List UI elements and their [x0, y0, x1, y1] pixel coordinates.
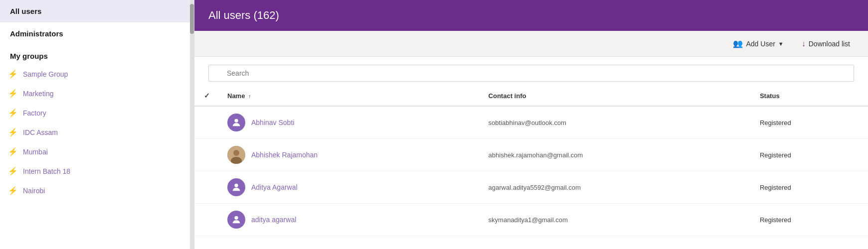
sidebar-group-item[interactable]: ⚡IDC Assam [0, 123, 194, 142]
main-header: All users (162) [194, 0, 868, 31]
col-name[interactable]: Name ↑ [219, 86, 481, 106]
svg-point-2 [233, 150, 239, 156]
sidebar-group-item[interactable]: ⚡Mumbai [0, 142, 194, 161]
bolt-icon: ⚡ [8, 127, 18, 137]
user-cell: aditya agarwal [227, 211, 473, 229]
add-user-label: Add User [746, 40, 775, 48]
table-row: Aditya Agarwal agarwal.aditya5592@gmail.… [194, 171, 868, 204]
bolt-icon: ⚡ [8, 186, 18, 195]
user-cell: Aditya Agarwal [227, 178, 473, 196]
sidebar-group-item[interactable]: ⚡Factory [0, 103, 194, 123]
users-tbody: Abhinav Sobti sobtiabhinav@outlook.com R… [194, 106, 868, 236]
sidebar-scrollbar-thumb[interactable] [190, 4, 194, 34]
sidebar-scrollbar[interactable] [190, 0, 194, 249]
table-header-row: ✓ Name ↑ Contact info Status [194, 86, 868, 106]
add-user-button[interactable]: 👥 Add User ▼ [729, 36, 787, 51]
bolt-icon: ⚡ [8, 108, 18, 118]
page-title: All users (162) [208, 9, 279, 21]
group-name: Mumbai [23, 148, 48, 156]
users-table-container: ✓ Name ↑ Contact info Status [194, 86, 868, 249]
search-wrapper: 🔍 [208, 65, 854, 82]
add-user-dropdown-icon: ▼ [778, 41, 784, 47]
sidebar-group-item[interactable]: ⚡Intern Batch 18 [0, 161, 194, 181]
avatar-icon [231, 214, 242, 225]
user-avatar [227, 178, 245, 196]
sort-arrow-icon: ↑ [248, 93, 251, 99]
group-list: ⚡Sample Group⚡Marketing⚡Factory⚡IDC Assa… [0, 64, 194, 200]
group-name: Intern Batch 18 [23, 167, 70, 175]
sidebar: All users Administrators My groups ⚡Samp… [0, 0, 194, 249]
row-check[interactable] [194, 139, 219, 171]
col-check: ✓ [194, 86, 219, 106]
row-check[interactable] [194, 171, 219, 204]
sidebar-group-item[interactable]: ⚡Sample Group [0, 64, 194, 84]
row-email: skymanaditya1@gmail.com [481, 204, 752, 236]
svg-point-5 [234, 216, 238, 220]
row-status: Registered [752, 139, 868, 171]
check-icon: ✓ [204, 92, 210, 100]
download-list-label: Download list [809, 40, 850, 48]
svg-point-0 [234, 119, 238, 123]
table-row: aditya agarwal skymanaditya1@gmail.com R… [194, 204, 868, 236]
svg-point-4 [234, 184, 238, 187]
main-content: All users (162) 👥 Add User ▼ ↓ Download … [194, 0, 868, 249]
user-name[interactable]: Aditya Agarwal [251, 183, 298, 191]
row-check[interactable] [194, 106, 219, 139]
bolt-icon: ⚡ [8, 89, 18, 98]
user-name[interactable]: aditya agarwal [251, 216, 296, 224]
user-name[interactable]: Abhinav Sobti [251, 119, 294, 126]
row-status: Registered [752, 171, 868, 204]
user-cell: Abhishek Rajamohan [227, 146, 473, 164]
toolbar: 👥 Add User ▼ ↓ Download list [194, 31, 868, 57]
sidebar-item-administrators[interactable]: Administrators [0, 22, 194, 45]
row-email: abhishek.rajamohan@gmail.com [481, 139, 752, 171]
user-avatar [227, 211, 245, 229]
all-users-label: All users [10, 7, 41, 15]
row-status: Registered [752, 106, 868, 139]
sidebar-group-item[interactable]: ⚡Nairobi [0, 181, 194, 200]
user-avatar [227, 114, 245, 131]
avatar-icon [231, 117, 242, 128]
group-name: Factory [23, 109, 46, 117]
users-table: ✓ Name ↑ Contact info Status [194, 86, 868, 236]
group-name: IDC Assam [23, 128, 58, 136]
avatar-icon [231, 182, 242, 193]
bolt-icon: ⚡ [8, 69, 18, 79]
group-name: Sample Group [23, 70, 68, 78]
row-status: Registered [752, 204, 868, 236]
user-avatar [227, 146, 245, 164]
table-row: Abhishek Rajamohan abhishek.rajamohan@gm… [194, 139, 868, 171]
download-icon: ↓ [802, 39, 806, 48]
group-name: Marketing [23, 90, 53, 98]
row-name-cell: aditya agarwal [219, 204, 481, 236]
row-email: agarwal.aditya5592@gmail.com [481, 171, 752, 204]
add-user-icon: 👥 [733, 39, 743, 48]
my-groups-section: My groups [0, 45, 194, 64]
col-contact[interactable]: Contact info [481, 86, 752, 106]
row-name-cell: Abhishek Rajamohan [219, 139, 481, 171]
row-email: sobtiabhinav@outlook.com [481, 106, 752, 139]
bolt-icon: ⚡ [8, 147, 18, 156]
search-input[interactable] [208, 65, 854, 82]
row-name-cell: Abhinav Sobti [219, 106, 481, 139]
group-name: Nairobi [23, 187, 45, 195]
row-check[interactable] [194, 204, 219, 236]
row-name-cell: Aditya Agarwal [219, 171, 481, 204]
table-row: Abhinav Sobti sobtiabhinav@outlook.com R… [194, 106, 868, 139]
administrators-label: Administrators [10, 29, 63, 38]
sidebar-item-all-users[interactable]: All users [0, 0, 194, 22]
user-name[interactable]: Abhishek Rajamohan [251, 151, 318, 159]
download-list-button[interactable]: ↓ Download list [798, 36, 854, 51]
bolt-icon: ⚡ [8, 166, 18, 176]
avatar-photo [227, 146, 245, 164]
user-cell: Abhinav Sobti [227, 114, 473, 131]
search-container: 🔍 [194, 57, 868, 86]
sidebar-group-item[interactable]: ⚡Marketing [0, 84, 194, 103]
col-status[interactable]: Status [752, 86, 868, 106]
